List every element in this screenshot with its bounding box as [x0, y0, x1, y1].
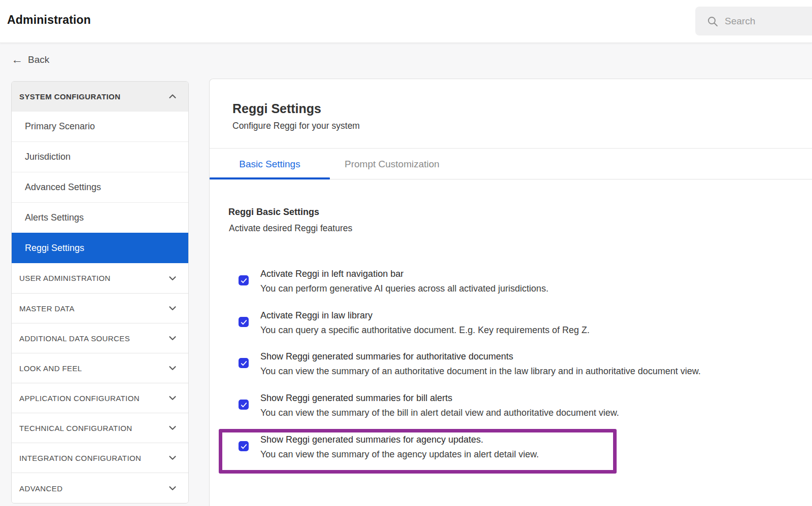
- setting-description: You can view the summary of an authorita…: [260, 364, 701, 379]
- search-icon: [706, 15, 719, 27]
- sidebar-item-primary-scenario[interactable]: Primary Scenario: [12, 111, 188, 141]
- sidebar-section-look-and-feel[interactable]: LOOK AND FEEL: [12, 353, 188, 383]
- chevron-down-icon: [167, 333, 178, 344]
- sidebar-section-label: USER ADMINISTRATION: [19, 274, 111, 282]
- sidebar-section-label: MASTER DATA: [19, 304, 75, 313]
- reggi-settings-panel: Reggi Settings Configure Reggi for your …: [209, 79, 812, 506]
- sidebar-collapsed-sections: USER ADMINISTRATION MASTER DATA ADDITION…: [12, 263, 188, 503]
- sidebar-section-user-administration[interactable]: USER ADMINISTRATION: [12, 263, 188, 293]
- tab-label: Prompt Customization: [345, 159, 439, 170]
- chevron-up-icon: [167, 91, 178, 102]
- panel-subtitle: Configure Reggi for your system: [232, 121, 360, 131]
- sidebar-section-advanced[interactable]: ADVANCED: [12, 473, 188, 503]
- sidebar-section-label: APPLICATION CONFIGURATION: [19, 394, 140, 403]
- administration-page: Administration Search ← Back SYSTEM CONF…: [0, 0, 812, 506]
- sidebar-section-system-configuration[interactable]: SYSTEM CONFIGURATION: [12, 82, 188, 111]
- sidebar-section-integration-configuration[interactable]: INTEGRATION CONFIGURATION: [12, 443, 188, 473]
- search-input[interactable]: Search: [695, 7, 812, 35]
- sidebar-section-label: ADDITIONAL DATA SOURCES: [19, 334, 130, 343]
- setting-description: You can perform generative AI queries ac…: [260, 281, 549, 296]
- chevron-down-icon: [167, 422, 178, 433]
- setting-description: You can query a specific authoritative d…: [260, 323, 590, 338]
- sidebar-item-jurisdiction[interactable]: Jurisdiction: [12, 141, 188, 172]
- back-button[interactable]: ← Back: [11, 54, 49, 65]
- section-subheading: Activate desired Reggi features: [229, 223, 352, 234]
- checkbox-agency-update-summaries[interactable]: [239, 441, 249, 451]
- setting-row-bill-alert-summaries: Show Reggi generated summaries for bill …: [210, 390, 812, 421]
- checkbox-activate-left-nav[interactable]: [239, 275, 249, 285]
- sidebar-section-technical-configuration[interactable]: TECHNICAL CONFIGURATION: [12, 413, 188, 443]
- setting-label: Show Reggi generated summaries for agenc…: [260, 432, 483, 447]
- sidebar-section-label: SYSTEM CONFIGURATION: [19, 92, 120, 101]
- back-arrow-icon: ←: [11, 54, 23, 65]
- search-placeholder: Search: [725, 16, 755, 27]
- sidebar-section-additional-data-sources[interactable]: ADDITIONAL DATA SOURCES: [12, 323, 188, 353]
- chevron-down-icon: [167, 392, 178, 404]
- chevron-down-icon: [167, 303, 178, 314]
- sidebar-section-label: LOOK AND FEEL: [19, 364, 82, 373]
- sidebar-item-label: Alerts Settings: [25, 212, 84, 223]
- sidebar-item-alerts-settings[interactable]: Alerts Settings: [12, 202, 188, 233]
- sidebar-section-application-configuration[interactable]: APPLICATION CONFIGURATION: [12, 383, 188, 413]
- setting-label: Activate Reggi in law library: [260, 308, 373, 323]
- checkbox-bill-alert-summaries[interactable]: [239, 400, 249, 410]
- top-bar: Administration Search: [0, 0, 812, 43]
- tab-label: Basic Settings: [239, 159, 300, 170]
- sidebar-item-label: Advanced Settings: [25, 182, 101, 193]
- sidebar-item-reggi-settings[interactable]: Reggi Settings: [12, 233, 188, 263]
- chevron-down-icon: [167, 483, 178, 494]
- back-label: Back: [28, 54, 49, 65]
- checkmark-icon: [240, 359, 248, 367]
- checkmark-icon: [240, 277, 248, 284]
- checkbox-activate-law-library[interactable]: [239, 317, 249, 327]
- section-heading: Reggi Basic Settings: [228, 207, 319, 218]
- panel-title: Reggi Settings: [232, 101, 321, 116]
- setting-row-authoritative-summaries: Show Reggi generated summaries for autho…: [210, 348, 812, 380]
- tab-basic-settings[interactable]: Basic Settings: [210, 149, 330, 179]
- tab-prompt-customization[interactable]: Prompt Customization: [340, 149, 445, 179]
- sidebar-item-label: Primary Scenario: [25, 121, 95, 132]
- setting-label: Activate Reggi in left navigation bar: [260, 267, 403, 281]
- sidebar-item-label: Jurisdiction: [25, 152, 71, 162]
- chevron-down-icon: [167, 363, 178, 374]
- setting-row-law-library: Activate Reggi in law library You can qu…: [210, 307, 812, 339]
- sidebar-section-label: TECHNICAL CONFIGURATION: [19, 424, 132, 432]
- setting-row-agency-update-summaries: Show Reggi generated summaries for agenc…: [210, 431, 812, 463]
- settings-sidebar: SYSTEM CONFIGURATION Primary Scenario Ju…: [11, 81, 189, 503]
- tabs-bar: Basic Settings Prompt Customization: [210, 149, 812, 179]
- sidebar-section-label: ADVANCED: [19, 484, 62, 493]
- sidebar-item-label: Reggi Settings: [25, 243, 84, 254]
- sidebar-section-master-data[interactable]: MASTER DATA: [12, 293, 188, 323]
- active-tab-indicator: [210, 177, 330, 179]
- sidebar-item-advanced-settings[interactable]: Advanced Settings: [12, 172, 188, 202]
- checkmark-icon: [240, 401, 248, 409]
- sidebar-section-label: INTEGRATION CONFIGURATION: [19, 454, 141, 462]
- setting-label: Show Reggi generated summaries for bill …: [260, 391, 452, 406]
- checkmark-icon: [240, 318, 248, 326]
- checkbox-authoritative-summaries[interactable]: [239, 358, 249, 368]
- setting-row-left-nav: Activate Reggi in left navigation bar Yo…: [210, 266, 812, 297]
- page-title: Administration: [7, 13, 91, 27]
- setting-description: You can view the summary of the agency u…: [260, 447, 539, 462]
- chevron-down-icon: [167, 452, 178, 463]
- chevron-down-icon: [167, 273, 178, 284]
- checkmark-icon: [240, 443, 248, 450]
- setting-description: You can view the summary of the bill in …: [260, 406, 619, 420]
- setting-label: Show Reggi generated summaries for autho…: [260, 349, 513, 364]
